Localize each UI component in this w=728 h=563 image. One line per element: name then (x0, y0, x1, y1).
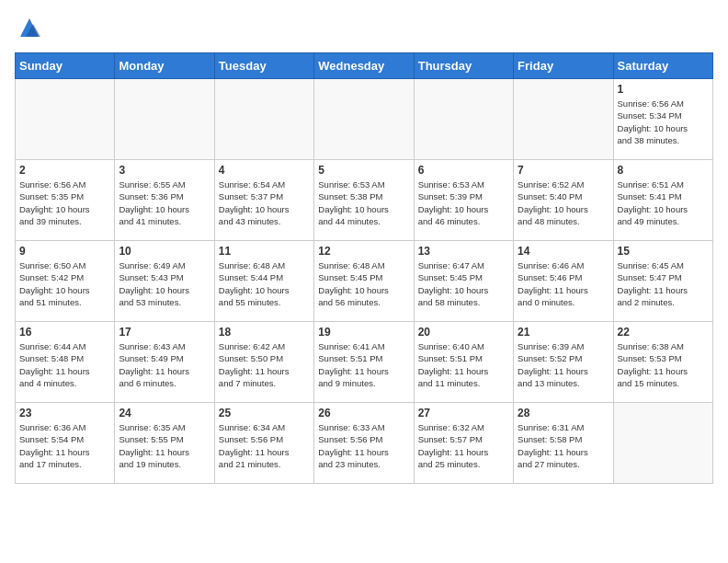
day-header-saturday: Saturday (613, 53, 712, 79)
calendar-cell: 17Sunrise: 6:43 AM Sunset: 5:49 PM Dayli… (115, 322, 214, 403)
day-number: 2 (19, 164, 110, 177)
day-info: Sunrise: 6:36 AM Sunset: 5:54 PM Dayligh… (19, 421, 110, 470)
calendar-cell: 7Sunrise: 6:52 AM Sunset: 5:40 PM Daylig… (514, 160, 613, 241)
day-number: 16 (19, 326, 110, 339)
day-header-thursday: Thursday (414, 53, 513, 79)
day-number: 10 (119, 245, 210, 258)
day-info: Sunrise: 6:48 AM Sunset: 5:45 PM Dayligh… (318, 259, 409, 308)
calendar-cell: 23Sunrise: 6:36 AM Sunset: 5:54 PM Dayli… (16, 403, 115, 484)
week-row-2: 9Sunrise: 6:50 AM Sunset: 5:42 PM Daylig… (16, 241, 713, 322)
day-number: 24 (119, 407, 210, 419)
week-row-4: 23Sunrise: 6:36 AM Sunset: 5:54 PM Dayli… (16, 403, 713, 484)
calendar-cell: 15Sunrise: 6:45 AM Sunset: 5:47 PM Dayli… (613, 241, 712, 322)
day-number: 1 (618, 83, 709, 96)
calendar-cell: 13Sunrise: 6:47 AM Sunset: 5:45 PM Dayli… (414, 241, 513, 322)
day-number: 26 (318, 407, 409, 419)
day-header-sunday: Sunday (16, 53, 115, 79)
day-info: Sunrise: 6:35 AM Sunset: 5:55 PM Dayligh… (119, 421, 210, 470)
day-info: Sunrise: 6:51 AM Sunset: 5:41 PM Dayligh… (618, 178, 709, 227)
day-header-friday: Friday (514, 53, 613, 79)
calendar-cell: 26Sunrise: 6:33 AM Sunset: 5:56 PM Dayli… (314, 403, 414, 484)
day-info: Sunrise: 6:40 AM Sunset: 5:51 PM Dayligh… (418, 340, 509, 389)
day-number: 17 (119, 326, 210, 339)
day-number: 8 (618, 164, 709, 177)
day-info: Sunrise: 6:46 AM Sunset: 5:46 PM Dayligh… (518, 259, 609, 308)
calendar-cell: 25Sunrise: 6:34 AM Sunset: 5:56 PM Dayli… (214, 403, 313, 484)
day-number: 3 (119, 164, 210, 177)
day-number: 12 (318, 245, 409, 258)
day-number: 14 (518, 245, 609, 258)
week-row-3: 16Sunrise: 6:44 AM Sunset: 5:48 PM Dayli… (16, 322, 713, 403)
calendar-cell: 8Sunrise: 6:51 AM Sunset: 5:41 PM Daylig… (613, 160, 712, 241)
calendar-cell: 12Sunrise: 6:48 AM Sunset: 5:45 PM Dayli… (314, 241, 414, 322)
page-header (15, 15, 713, 45)
calendar-cell (115, 79, 214, 160)
calendar-cell: 18Sunrise: 6:42 AM Sunset: 5:50 PM Dayli… (214, 322, 313, 403)
day-header-tuesday: Tuesday (214, 53, 313, 79)
week-row-0: 1Sunrise: 6:56 AM Sunset: 5:34 PM Daylig… (16, 79, 713, 160)
calendar-cell (613, 403, 712, 484)
calendar-cell (314, 79, 414, 160)
day-number: 20 (418, 326, 509, 339)
calendar-cell: 20Sunrise: 6:40 AM Sunset: 5:51 PM Dayli… (414, 322, 513, 403)
calendar-cell: 1Sunrise: 6:56 AM Sunset: 5:34 PM Daylig… (613, 79, 712, 160)
day-info: Sunrise: 6:53 AM Sunset: 5:38 PM Dayligh… (318, 178, 409, 227)
calendar-cell: 9Sunrise: 6:50 AM Sunset: 5:42 PM Daylig… (16, 241, 115, 322)
day-info: Sunrise: 6:34 AM Sunset: 5:56 PM Dayligh… (219, 421, 310, 470)
day-info: Sunrise: 6:38 AM Sunset: 5:53 PM Dayligh… (618, 340, 709, 389)
calendar-cell (214, 79, 313, 160)
day-number: 11 (219, 245, 310, 258)
calendar-cell: 28Sunrise: 6:31 AM Sunset: 5:58 PM Dayli… (514, 403, 613, 484)
day-info: Sunrise: 6:41 AM Sunset: 5:51 PM Dayligh… (318, 340, 409, 389)
calendar-cell: 6Sunrise: 6:53 AM Sunset: 5:39 PM Daylig… (414, 160, 513, 241)
day-info: Sunrise: 6:53 AM Sunset: 5:39 PM Dayligh… (418, 178, 509, 227)
day-info: Sunrise: 6:54 AM Sunset: 5:37 PM Dayligh… (219, 178, 310, 227)
calendar-table: SundayMondayTuesdayWednesdayThursdayFrid… (15, 52, 713, 484)
day-number: 18 (219, 326, 310, 339)
day-info: Sunrise: 6:31 AM Sunset: 5:58 PM Dayligh… (518, 421, 609, 470)
logo-icon (17, 15, 42, 40)
day-number: 28 (518, 407, 609, 419)
calendar-cell (16, 79, 115, 160)
day-number: 13 (418, 245, 509, 258)
calendar-cell: 4Sunrise: 6:54 AM Sunset: 5:37 PM Daylig… (214, 160, 313, 241)
calendar-cell: 11Sunrise: 6:48 AM Sunset: 5:44 PM Dayli… (214, 241, 313, 322)
day-number: 27 (418, 407, 509, 419)
day-info: Sunrise: 6:33 AM Sunset: 5:56 PM Dayligh… (318, 421, 409, 470)
day-info: Sunrise: 6:47 AM Sunset: 5:45 PM Dayligh… (418, 259, 509, 308)
day-number: 15 (618, 245, 709, 258)
day-number: 25 (219, 407, 310, 419)
calendar-cell: 2Sunrise: 6:56 AM Sunset: 5:35 PM Daylig… (16, 160, 115, 241)
day-info: Sunrise: 6:56 AM Sunset: 5:35 PM Dayligh… (19, 178, 110, 227)
calendar-cell: 22Sunrise: 6:38 AM Sunset: 5:53 PM Dayli… (613, 322, 712, 403)
day-header-wednesday: Wednesday (314, 53, 414, 79)
logo (15, 15, 42, 45)
day-number: 23 (19, 407, 110, 419)
calendar-cell (514, 79, 613, 160)
day-info: Sunrise: 6:52 AM Sunset: 5:40 PM Dayligh… (518, 178, 609, 227)
calendar-cell: 24Sunrise: 6:35 AM Sunset: 5:55 PM Dayli… (115, 403, 214, 484)
day-info: Sunrise: 6:32 AM Sunset: 5:57 PM Dayligh… (418, 421, 509, 470)
calendar-header-row: SundayMondayTuesdayWednesdayThursdayFrid… (16, 53, 713, 79)
calendar-cell: 10Sunrise: 6:49 AM Sunset: 5:43 PM Dayli… (115, 241, 214, 322)
calendar-cell: 16Sunrise: 6:44 AM Sunset: 5:48 PM Dayli… (16, 322, 115, 403)
calendar-cell: 3Sunrise: 6:55 AM Sunset: 5:36 PM Daylig… (115, 160, 214, 241)
day-info: Sunrise: 6:55 AM Sunset: 5:36 PM Dayligh… (119, 178, 210, 227)
day-header-monday: Monday (115, 53, 214, 79)
day-info: Sunrise: 6:42 AM Sunset: 5:50 PM Dayligh… (219, 340, 310, 389)
day-number: 6 (418, 164, 509, 177)
calendar-cell: 14Sunrise: 6:46 AM Sunset: 5:46 PM Dayli… (514, 241, 613, 322)
day-number: 19 (318, 326, 409, 339)
calendar-cell: 5Sunrise: 6:53 AM Sunset: 5:38 PM Daylig… (314, 160, 414, 241)
calendar-cell: 19Sunrise: 6:41 AM Sunset: 5:51 PM Dayli… (314, 322, 414, 403)
day-number: 7 (518, 164, 609, 177)
day-info: Sunrise: 6:56 AM Sunset: 5:34 PM Dayligh… (618, 98, 709, 146)
day-info: Sunrise: 6:39 AM Sunset: 5:52 PM Dayligh… (518, 340, 609, 389)
day-number: 9 (19, 245, 110, 258)
calendar-cell: 21Sunrise: 6:39 AM Sunset: 5:52 PM Dayli… (514, 322, 613, 403)
week-row-1: 2Sunrise: 6:56 AM Sunset: 5:35 PM Daylig… (16, 160, 713, 241)
day-info: Sunrise: 6:50 AM Sunset: 5:42 PM Dayligh… (19, 259, 110, 308)
day-info: Sunrise: 6:44 AM Sunset: 5:48 PM Dayligh… (19, 340, 110, 389)
day-number: 5 (318, 164, 409, 177)
day-info: Sunrise: 6:43 AM Sunset: 5:49 PM Dayligh… (119, 340, 210, 389)
